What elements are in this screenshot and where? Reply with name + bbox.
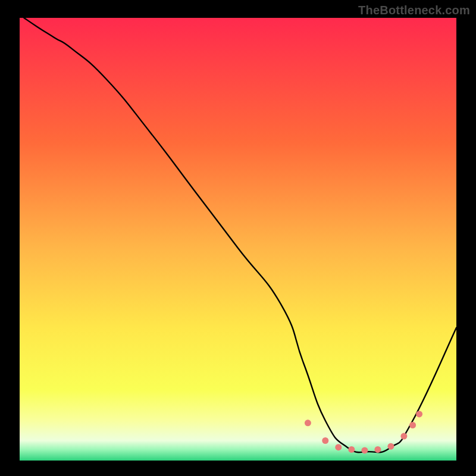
marker-dot — [416, 411, 422, 417]
marker-dot — [409, 422, 416, 428]
chart-svg — [20, 18, 456, 461]
marker-dot — [322, 437, 328, 444]
marker-dot — [400, 433, 407, 440]
plot-area — [20, 18, 456, 461]
gradient-bg — [20, 18, 456, 461]
marker-dot — [305, 419, 311, 426]
marker-dot — [335, 444, 342, 450]
marker-dot — [387, 443, 394, 450]
watermark-text: TheBottleneck.com — [358, 4, 470, 17]
marker-dot — [361, 447, 368, 453]
chart-frame: TheBottleneck.com — [0, 0, 476, 476]
marker-dot — [348, 446, 355, 453]
marker-dot — [374, 446, 381, 453]
